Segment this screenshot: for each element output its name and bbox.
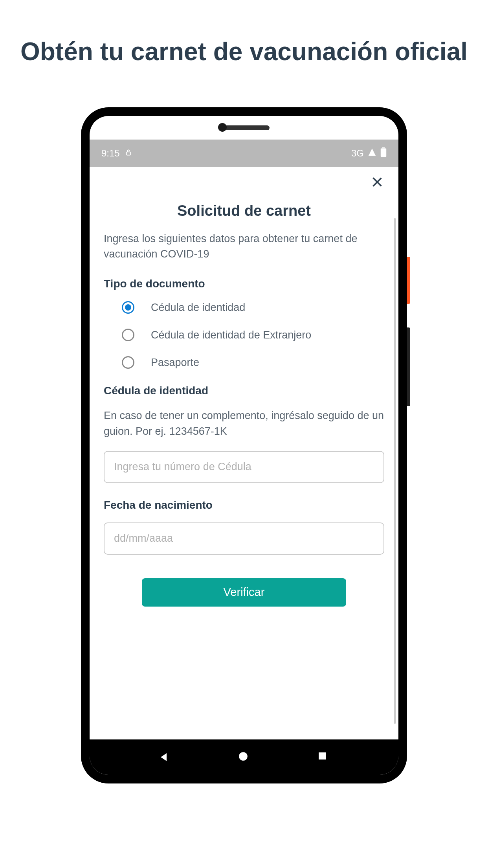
app-content: Solicitud de carnet Ingresa los siguient… [90, 167, 398, 739]
radio-label: Pasaporte [151, 357, 199, 369]
birthdate-label: Fecha de nacimiento [104, 499, 384, 511]
close-button[interactable] [370, 175, 384, 189]
volume-button [407, 327, 410, 406]
promo-title: Obtén tu carnet de vacunación oficial [20, 35, 468, 68]
lock-icon [125, 148, 132, 159]
document-type-label: Tipo de documento [104, 278, 384, 290]
svg-point-5 [239, 752, 248, 761]
android-nav-bar [90, 739, 398, 775]
radio-icon [122, 329, 134, 341]
radio-label: Cédula de identidad [151, 302, 245, 314]
phone-frame: 9:15 3G [81, 107, 407, 783]
status-left: 9:15 [101, 148, 132, 159]
id-helper-text: En caso de tener un complemento, ingrésa… [104, 408, 384, 439]
status-right: 3G [351, 147, 387, 159]
radio-label: Cédula de identidad de Extranjero [151, 329, 311, 341]
status-time: 9:15 [101, 148, 120, 159]
svg-rect-2 [382, 147, 385, 148]
modal-title: Solicitud de carnet [104, 202, 384, 219]
svg-rect-1 [381, 149, 386, 157]
id-number-input[interactable] [104, 451, 384, 483]
modal-description: Ingresa los siguientes datos para obtene… [104, 231, 384, 262]
svg-rect-6 [319, 752, 326, 760]
birthdate-input[interactable] [104, 522, 384, 555]
document-type-radio-group: Cédula de identidad Cédula de identidad … [104, 301, 384, 369]
network-label: 3G [351, 148, 364, 159]
radio-icon [122, 301, 134, 314]
phone-screen: 9:15 3G [90, 116, 398, 775]
power-button [407, 257, 410, 304]
svg-rect-0 [127, 152, 130, 155]
verify-button[interactable]: Verificar [142, 578, 346, 607]
recent-icon[interactable] [317, 751, 329, 763]
radio-option-extranjero[interactable]: Cédula de identidad de Extranjero [122, 329, 384, 341]
id-section-label: Cédula de identidad [104, 384, 384, 397]
radio-option-pasaporte[interactable]: Pasaporte [122, 356, 384, 369]
home-icon[interactable] [238, 751, 250, 763]
scroll-indicator[interactable] [394, 218, 396, 724]
status-bar: 9:15 3G [90, 140, 398, 167]
radio-icon [122, 356, 134, 369]
signal-icon [368, 148, 376, 159]
radio-option-cedula[interactable]: Cédula de identidad [122, 301, 384, 314]
back-icon[interactable] [159, 751, 171, 763]
battery-icon [380, 147, 387, 159]
